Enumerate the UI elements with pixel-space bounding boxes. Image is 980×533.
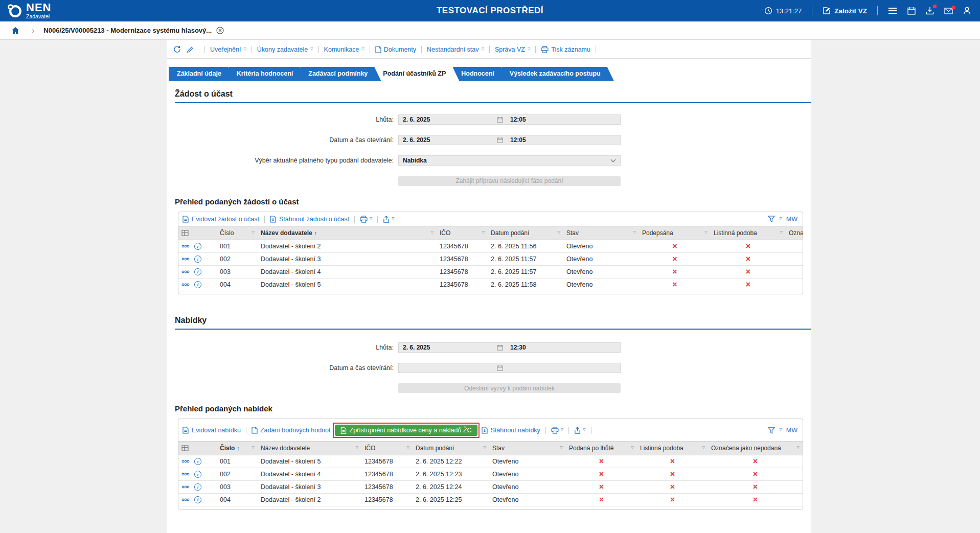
calendar-icon[interactable] <box>497 137 503 143</box>
filter-button[interactable] <box>768 216 775 222</box>
filter-caret-icon[interactable]: ▽ <box>797 446 800 450</box>
register-bid-button[interactable]: Evidovat nabídku <box>183 427 241 434</box>
calendar-icon[interactable] <box>497 365 503 371</box>
info-icon[interactable]: i <box>194 281 201 288</box>
calendar-icon[interactable] <box>497 344 503 351</box>
info-icon[interactable]: i <box>194 458 201 465</box>
table-row[interactable]: i 001 Dodavatel - školení 2 12345678 2. … <box>178 240 803 252</box>
row-actions-button[interactable] <box>181 245 190 248</box>
print-table-button[interactable]: ▽ <box>551 427 563 434</box>
filter-caret-icon[interactable]: ▽ <box>780 230 783 235</box>
tab-kriteria-hodnoceni[interactable]: Kritéria hodnocení <box>229 67 306 81</box>
row-actions-button[interactable] <box>181 485 190 489</box>
info-icon[interactable]: i <box>194 243 201 250</box>
table-row[interactable]: i 004 Dodavatel - školení 5 12345678 2. … <box>178 278 803 291</box>
column-header-stav[interactable]: Stav▽ <box>489 442 566 455</box>
column-header-cislo[interactable]: Číslo▽ <box>217 226 258 240</box>
downloads-button[interactable] <box>926 7 934 15</box>
menu-komunikace[interactable]: Komunikace▽ <box>324 46 364 53</box>
download-requests-button[interactable]: Stáhnout žádosti o účast <box>270 216 349 223</box>
send-call-for-bids-button[interactable]: Odeslání výzvy k podání nabídek <box>398 383 621 393</box>
column-header-datum-podani[interactable]: Datum podání▽ <box>413 442 489 455</box>
download-bids-button[interactable]: Stáhnout nabídky <box>482 427 540 434</box>
enter-points-button[interactable]: Zadání bodových hodnot <box>252 427 331 434</box>
menu-sprava-vz[interactable]: Správa VZ▽ <box>495 46 530 53</box>
menu-dokumenty[interactable]: Dokumenty <box>375 46 416 53</box>
chevron-down-icon[interactable]: ▽ <box>779 217 782 221</box>
table-row[interactable]: i 004 Dodavatel - školení 2 12345678 2. … <box>178 494 803 506</box>
column-header-cislo[interactable]: Číslo↑▽ <box>217 442 258 455</box>
row-actions-button[interactable] <box>181 473 190 476</box>
filter-caret-icon[interactable]: ▽ <box>482 230 485 235</box>
deadline-time-value[interactable]: 12:05 <box>503 116 526 123</box>
column-settings-header[interactable] <box>178 226 217 240</box>
home-button[interactable] <box>11 27 19 34</box>
column-settings-header[interactable] <box>178 442 217 455</box>
info-icon[interactable]: i <box>194 471 201 478</box>
filter-caret-icon[interactable]: ▽ <box>558 230 560 235</box>
info-icon[interactable]: i <box>194 496 201 503</box>
table-row[interactable]: i 002 Dodavatel - školení 4 12345678 2. … <box>178 468 803 481</box>
filter-caret-icon[interactable]: ▽ <box>631 446 634 450</box>
menu-button[interactable] <box>888 7 897 14</box>
print-table-button[interactable]: ▽ <box>360 216 372 223</box>
tab-zakladni-udaje[interactable]: Základní údaje <box>169 67 235 81</box>
opening-time-value[interactable]: 12:05 <box>503 136 526 144</box>
chevron-down-icon[interactable]: ▽ <box>779 428 782 432</box>
column-header-stav[interactable]: Stav▽ <box>563 226 639 240</box>
column-header-ico[interactable]: IČO▽ <box>437 226 488 240</box>
nen-logo[interactable]: NEN Zadavatel <box>7 2 51 19</box>
user-profile-button[interactable] <box>963 7 971 15</box>
history-button[interactable] <box>173 45 181 53</box>
tab-podani-ucastniku-zp[interactable]: Podání účastníků ZP <box>375 67 459 81</box>
table-row[interactable]: i 003 Dodavatel - školení 4 12345678 2. … <box>178 265 803 278</box>
start-next-phase-button[interactable]: Zahájit přípravu následující fáze podání <box>398 176 621 186</box>
tab-vysledek-zadavaciho-postupu[interactable]: Výsledek zadávacího postupu <box>502 67 614 81</box>
column-header-podana-po-lhute[interactable]: Podaná po lhůtě▽ <box>566 442 637 455</box>
deadline-date-value[interactable]: 2. 6. 2025 <box>399 116 497 123</box>
filter-caret-icon[interactable]: ▽ <box>484 446 486 450</box>
deadline-datetime-field[interactable]: 2. 6. 2025 12:05 <box>398 114 621 125</box>
bids-opening-datetime-field[interactable] <box>398 363 621 373</box>
column-header-podepsana[interactable]: Podepsána▽ <box>639 226 711 240</box>
table-row[interactable]: i 002 Dodavatel - školení 3 12345678 2. … <box>178 252 803 265</box>
row-actions-button[interactable] <box>181 270 190 273</box>
filter-caret-icon[interactable]: ▽ <box>560 446 563 450</box>
submission-type-select[interactable]: Nabídka <box>398 155 621 166</box>
column-header-nazev-dodavatele[interactable]: Název dodavatele▽ <box>258 442 361 455</box>
column-header-listinna-podoba[interactable]: Listinná podoba▽ <box>711 226 786 240</box>
info-icon[interactable]: i <box>194 268 201 275</box>
export-table-button[interactable]: ▽ <box>383 216 394 223</box>
row-actions-button[interactable] <box>181 258 190 261</box>
column-header-oznacena-jako-nepodana[interactable]: Označena jako nepodaná▽ <box>708 442 803 455</box>
bids-deadline-datetime-field[interactable]: 2. 6. 2025 12:30 <box>398 342 621 353</box>
filter-caret-icon[interactable]: ▽ <box>356 446 358 450</box>
info-icon[interactable]: i <box>194 256 201 263</box>
reveal-bid-price-button[interactable]: Zpřístupnění nabídkové ceny a nákladů ŽC <box>335 425 477 436</box>
table-row[interactable]: i 001 Dodavatel - školení 5 12345678 2. … <box>178 455 803 468</box>
filter-button[interactable] <box>768 427 775 434</box>
row-actions-button[interactable] <box>181 498 190 501</box>
filter-caret-icon[interactable]: ▽ <box>252 230 255 235</box>
calendar-button[interactable] <box>907 7 916 15</box>
view-switcher-mw[interactable]: MW <box>786 216 797 223</box>
table-row[interactable]: i 003 Dodavatel - školení 3 12345678 2. … <box>178 481 803 494</box>
menu-ukony-zadavatele[interactable]: Úkony zadavatele▽ <box>257 46 313 53</box>
filter-caret-icon[interactable]: ▽ <box>702 446 705 450</box>
opening-date-value[interactable]: 2. 6. 2025 <box>399 136 497 144</box>
bids-deadline-time-value[interactable]: 12:30 <box>503 344 526 351</box>
filter-caret-icon[interactable]: ▽ <box>252 446 255 450</box>
tab-hodnoceni[interactable]: Hodnocení <box>453 67 508 81</box>
export-table-button[interactable]: ▽ <box>574 427 585 434</box>
bids-deadline-date-value[interactable]: 2. 6. 2025 <box>399 344 497 351</box>
opening-datetime-field[interactable]: 2. 6. 2025 12:05 <box>398 135 621 145</box>
column-header-oznacena[interactable]: Označ▽ <box>786 226 803 240</box>
messages-button[interactable] <box>944 8 953 14</box>
print-record-button[interactable]: Tisk záznamu <box>541 46 590 53</box>
column-header-listinna-podoba[interactable]: Listinná podoba▽ <box>637 442 708 455</box>
filter-caret-icon[interactable]: ▽ <box>705 230 708 235</box>
edit-record-button[interactable] <box>187 46 194 53</box>
row-actions-button[interactable] <box>181 283 190 286</box>
filter-caret-icon[interactable]: ▽ <box>431 230 434 235</box>
column-header-datum-podani[interactable]: Datum podání▽ <box>488 226 563 240</box>
